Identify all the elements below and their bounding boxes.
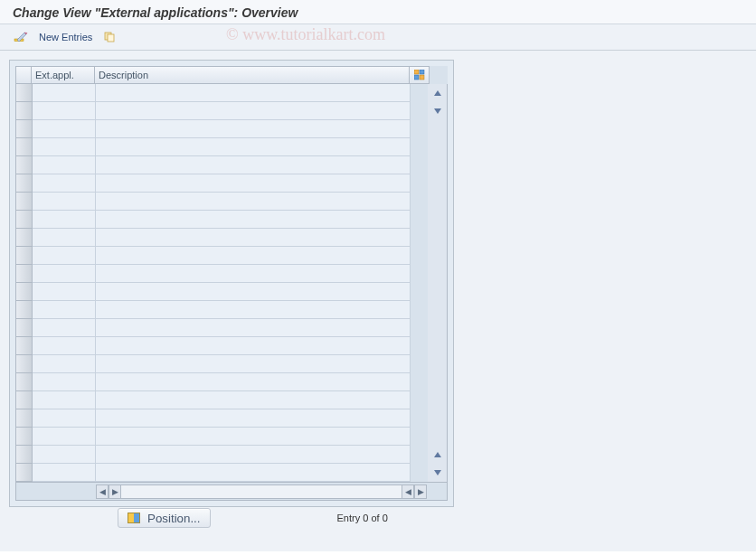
select-all-header[interactable] [15,66,32,84]
row-selector[interactable] [16,355,33,373]
table-settings-button[interactable] [410,66,430,84]
scroll-right-button[interactable]: ▶ [414,484,427,499]
entry-status: Entry 0 of 0 [337,513,388,523]
row-selector[interactable] [16,428,33,446]
cell-ext-appl[interactable] [33,174,96,193]
row-selector[interactable] [16,391,33,409]
row-selector[interactable] [16,283,33,301]
cell-ext-appl[interactable] [33,301,96,319]
cell-ext-appl[interactable] [33,355,96,373]
cell-description[interactable] [96,283,411,301]
cell-ext-appl[interactable] [33,265,96,283]
chevron-down-icon [434,470,441,475]
toggle-edit-button[interactable] [9,28,33,46]
row-selector[interactable] [16,247,33,265]
cell-ext-appl[interactable] [33,156,96,174]
scroll-down-button[interactable] [429,464,447,482]
cell-ext-appl[interactable] [33,283,96,301]
column-header-description[interactable]: Description [95,66,410,84]
cell-description[interactable] [96,193,411,211]
column-header-ext-appl[interactable]: Ext.appl. [32,66,95,84]
table-row [33,193,428,211]
row-selector[interactable] [16,84,33,102]
row-selector[interactable] [16,102,33,120]
scroll-left-button[interactable]: ◀ [96,484,109,499]
cell-description[interactable] [96,84,411,102]
cell-ext-appl[interactable] [33,247,96,265]
cell-ext-appl[interactable] [33,446,96,464]
table-row [33,102,428,120]
row-selector[interactable] [16,229,33,247]
cell-description[interactable] [96,138,411,156]
table-row [33,211,428,229]
table-row [33,409,428,428]
scroll-down-step-button[interactable] [429,102,447,120]
cell-description[interactable] [96,156,411,174]
row-selector[interactable] [16,373,33,391]
cell-ext-appl[interactable] [33,391,96,409]
cell-description[interactable] [96,265,411,283]
cell-description[interactable] [96,211,411,229]
page-title: Change View "External applications": Ove… [0,0,756,24]
cell-ext-appl[interactable] [33,229,96,247]
row-selector[interactable] [16,446,33,464]
table-row [33,373,428,391]
cell-ext-appl[interactable] [33,84,96,102]
scroll-up-button[interactable] [429,84,447,102]
cell-description[interactable] [96,174,411,193]
scroll-up-step-button[interactable] [429,446,447,464]
cell-ext-appl[interactable] [33,319,96,337]
cell-description[interactable] [96,428,411,446]
svg-rect-3 [414,70,419,74]
row-selector[interactable] [16,120,33,138]
cell-ext-appl[interactable] [33,138,96,156]
row-selector[interactable] [16,174,33,193]
cell-ext-appl[interactable] [33,211,96,229]
position-button[interactable]: Position... [118,508,211,528]
cell-description[interactable] [96,301,411,319]
cell-description[interactable] [96,247,411,265]
cell-description[interactable] [96,120,411,138]
scroll-left-step-button[interactable]: ◀ [402,484,414,499]
cell-description[interactable] [96,446,411,464]
table-row [33,247,428,265]
row-selector[interactable] [16,193,33,211]
cell-ext-appl[interactable] [33,120,96,138]
copy-button[interactable] [99,28,120,46]
cell-ext-appl[interactable] [33,409,96,428]
cell-ext-appl[interactable] [33,193,96,211]
table-settings-icon [414,70,425,80]
cell-description[interactable] [96,355,411,373]
cell-ext-appl[interactable] [33,337,96,355]
table-row [33,174,428,193]
cell-description[interactable] [96,319,411,337]
cell-description[interactable] [96,229,411,247]
new-entries-button[interactable]: New Entries [34,29,97,45]
table-data-columns [33,84,428,482]
cell-ext-appl[interactable] [33,373,96,391]
row-selector[interactable] [16,301,33,319]
cell-description[interactable] [96,464,411,482]
scroll-right-step-button[interactable]: ▶ [109,484,121,499]
horizontal-scrollbar[interactable]: ◀ ▶ ◀ ▶ [15,483,448,501]
row-selector[interactable] [16,464,33,482]
cell-description[interactable] [96,391,411,409]
cell-ext-appl[interactable] [33,428,96,446]
cell-description[interactable] [96,337,411,355]
table-body [15,84,448,483]
row-selector[interactable] [16,156,33,174]
chevron-up-icon [434,452,441,457]
row-selector[interactable] [16,337,33,355]
horizontal-scroll-track[interactable] [121,484,402,499]
cell-description[interactable] [96,102,411,120]
cell-ext-appl[interactable] [33,102,96,120]
row-selector[interactable] [16,138,33,156]
cell-description[interactable] [96,409,411,428]
row-selector[interactable] [16,319,33,337]
row-selector[interactable] [16,265,33,283]
row-selector[interactable] [16,409,33,428]
cell-ext-appl[interactable] [33,464,96,482]
vertical-scrollbar[interactable] [428,84,448,482]
row-selector[interactable] [16,211,33,229]
cell-description[interactable] [96,373,411,391]
